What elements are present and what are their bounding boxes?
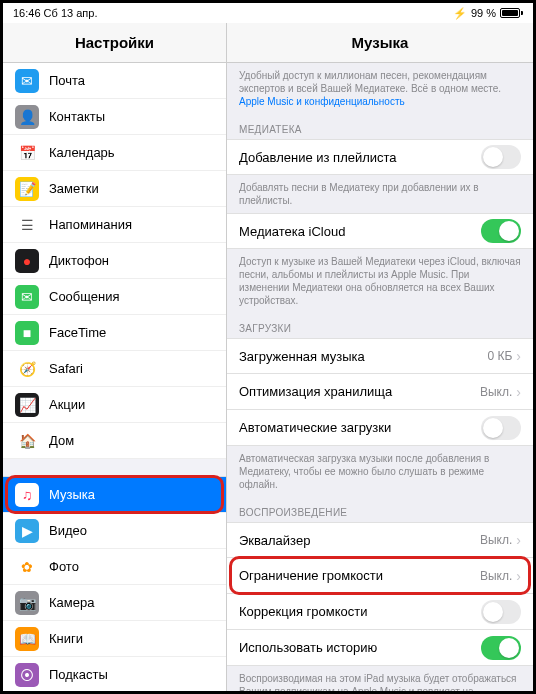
sidebar-item-label: Контакты (49, 109, 105, 124)
toggle-use-history[interactable] (481, 636, 521, 660)
chevron-icon: › (516, 384, 521, 400)
sidebar-item-label: Safari (49, 361, 83, 376)
charge-icon: ⚡ (453, 7, 467, 20)
label: Добавление из плейлиста (239, 150, 481, 165)
sidebar-item-label: Фото (49, 559, 79, 574)
sidebar-item-контакты[interactable]: 👤Контакты (3, 99, 226, 135)
date: Сб 13 апр. (44, 7, 98, 19)
label: Загруженная музыка (239, 349, 487, 364)
label: Автоматические загрузки (239, 420, 481, 435)
sidebar-item-facetime[interactable]: ■FaceTime (3, 315, 226, 351)
label: Коррекция громкости (239, 604, 481, 619)
sidebar-item-диктофон[interactable]: ●Диктофон (3, 243, 226, 279)
sidebar-item-safari[interactable]: 🧭Safari (3, 351, 226, 387)
intro-desc: Удобный доступ к миллионам песен, рекоме… (227, 63, 533, 114)
app-icon: ☰ (15, 213, 39, 237)
sidebar-item-камера[interactable]: 📷Камера (3, 585, 226, 621)
history-desc: Воспроизводимая на этом iPad музыка буде… (227, 666, 533, 691)
sidebar-item-label: Напоминания (49, 217, 132, 232)
sidebar-list[interactable]: ✉Почта👤Контакты📅Календарь📝Заметки☰Напоми… (3, 63, 226, 691)
sidebar-item-книги[interactable]: 📖Книги (3, 621, 226, 657)
sidebar-item-почта[interactable]: ✉Почта (3, 63, 226, 99)
battery-percent: 99 % (471, 7, 496, 19)
app-icon: ▶ (15, 519, 39, 543)
app-icon: 📈 (15, 393, 39, 417)
label: Эквалайзер (239, 533, 480, 548)
chevron-icon: › (516, 348, 521, 364)
toggle-icloud-library[interactable] (481, 219, 521, 243)
toggle-add-from-playlist[interactable] (481, 145, 521, 169)
app-icon: ✉ (15, 69, 39, 93)
sidebar-title: Настройки (3, 23, 226, 63)
section-header-playback: ВОСПРОИЗВЕДЕНИЕ (227, 497, 533, 522)
sidebar-item-label: Подкасты (49, 667, 108, 682)
settings-sidebar: Настройки ✉Почта👤Контакты📅Календарь📝Заме… (3, 23, 227, 691)
row-volume-limit[interactable]: Ограничение громкости Выкл. › (227, 558, 533, 594)
sidebar-item-label: Дом (49, 433, 74, 448)
sidebar-item-видео[interactable]: ▶Видео (3, 513, 226, 549)
sidebar-item-label: Сообщения (49, 289, 120, 304)
section-header-downloads: ЗАГРУЗКИ (227, 313, 533, 338)
sidebar-item-label: Заметки (49, 181, 99, 196)
row-equalizer[interactable]: Эквалайзер Выкл. › (227, 522, 533, 558)
sidebar-item-фото[interactable]: ✿Фото (3, 549, 226, 585)
sidebar-item-напоминания[interactable]: ☰Напоминания (3, 207, 226, 243)
sidebar-item-календарь[interactable]: 📅Календарь (3, 135, 226, 171)
status-bar: 16:46 Сб 13 апр. ⚡ 99 % (3, 3, 533, 23)
sidebar-item-акции[interactable]: 📈Акции (3, 387, 226, 423)
row-storage-optimization[interactable]: Оптимизация хранилища Выкл. › (227, 374, 533, 410)
auto-downloads-desc: Автоматическая загрузка музыки после доб… (227, 446, 533, 497)
sidebar-item-дом[interactable]: 🏠Дом (3, 423, 226, 459)
value: Выкл. (480, 385, 512, 399)
label: Ограничение громкости (239, 568, 480, 583)
sidebar-item-label: Видео (49, 523, 87, 538)
app-icon: 🧭 (15, 357, 39, 381)
sidebar-spacer (3, 459, 226, 477)
app-icon: ✿ (15, 555, 39, 579)
value: Выкл. (480, 569, 512, 583)
icloud-desc: Доступ к музыке из Вашей Медиатеки через… (227, 249, 533, 313)
chevron-icon: › (516, 568, 521, 584)
sidebar-item-label: Диктофон (49, 253, 109, 268)
app-icon: 📅 (15, 141, 39, 165)
sidebar-item-label: Почта (49, 73, 85, 88)
app-icon: ⦿ (15, 663, 39, 687)
row-auto-downloads[interactable]: Автоматические загрузки (227, 410, 533, 446)
row-use-history[interactable]: Использовать историю (227, 630, 533, 666)
detail-pane: Музыка Удобный доступ к миллионам песен,… (227, 23, 533, 691)
row-sound-check[interactable]: Коррекция громкости (227, 594, 533, 630)
row-add-from-playlist[interactable]: Добавление из плейлиста (227, 139, 533, 175)
toggle-auto-downloads[interactable] (481, 416, 521, 440)
add-playlist-desc: Добавлять песни в Медиатеку при добавлен… (227, 175, 533, 213)
label: Медиатека iCloud (239, 224, 481, 239)
detail-title: Музыка (227, 23, 533, 63)
app-icon: 🏠 (15, 429, 39, 453)
battery-icon (500, 8, 523, 18)
label: Оптимизация хранилища (239, 384, 480, 399)
sidebar-item-label: FaceTime (49, 325, 106, 340)
time: 16:46 (13, 7, 41, 19)
sidebar-item-сообщения[interactable]: ✉Сообщения (3, 279, 226, 315)
app-icon: 📷 (15, 591, 39, 615)
chevron-icon: › (516, 532, 521, 548)
app-icon: 📝 (15, 177, 39, 201)
app-icon: 📖 (15, 627, 39, 651)
label: Использовать историю (239, 640, 481, 655)
toggle-sound-check[interactable] (481, 600, 521, 624)
row-icloud-library[interactable]: Медиатека iCloud (227, 213, 533, 249)
value: 0 КБ (487, 349, 512, 363)
sidebar-item-label: Камера (49, 595, 94, 610)
app-icon: ♫ (15, 483, 39, 507)
value: Выкл. (480, 533, 512, 547)
app-icon: ● (15, 249, 39, 273)
app-icon: ■ (15, 321, 39, 345)
sidebar-item-label: Акции (49, 397, 85, 412)
sidebar-item-музыка[interactable]: ♫Музыка (3, 477, 226, 513)
sidebar-item-label: Календарь (49, 145, 115, 160)
detail-body[interactable]: Удобный доступ к миллионам песен, рекоме… (227, 63, 533, 691)
row-downloaded-music[interactable]: Загруженная музыка 0 КБ › (227, 338, 533, 374)
app-icon: ✉ (15, 285, 39, 309)
sidebar-item-подкасты[interactable]: ⦿Подкасты (3, 657, 226, 691)
privacy-link[interactable]: Apple Music и конфиденциальность (239, 96, 405, 107)
sidebar-item-заметки[interactable]: 📝Заметки (3, 171, 226, 207)
